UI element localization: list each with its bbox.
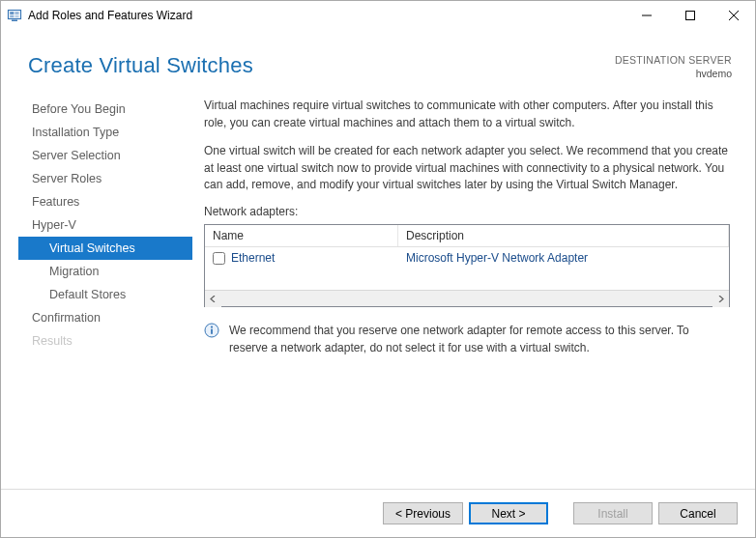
nav-item-virtual-switches[interactable]: Virtual Switches: [18, 237, 192, 260]
previous-button[interactable]: < Previous: [383, 502, 463, 524]
scroll-right-icon[interactable]: [712, 291, 729, 307]
svg-rect-1: [12, 20, 17, 22]
info-icon: [204, 323, 219, 338]
destination-server: DESTINATION SERVER hvdemo: [615, 53, 732, 80]
maximize-button[interactable]: [668, 1, 712, 30]
cancel-button[interactable]: Cancel: [658, 502, 738, 524]
nav-item-server-selection[interactable]: Server Selection: [18, 144, 192, 167]
grid-body: EthernetMicrosoft Hyper-V Network Adapte…: [205, 247, 729, 290]
adapter-name: Ethernet: [231, 251, 275, 265]
nav-item-features[interactable]: Features: [18, 190, 192, 213]
svg-rect-4: [10, 15, 14, 18]
adapter-checkbox[interactable]: [213, 252, 225, 265]
close-button[interactable]: [712, 1, 755, 30]
wizard-nav: Before You BeginInstallation TypeServer …: [1, 98, 192, 489]
network-adapters-grid: Name Description EthernetMicrosoft Hyper…: [204, 224, 730, 307]
footer: < Previous Next > Install Cancel: [1, 489, 755, 537]
recommendation-box: We recommend that you reserve one networ…: [204, 323, 730, 356]
main-panel: Virtual machines require virtual switche…: [192, 98, 743, 489]
nav-item-installation-type[interactable]: Installation Type: [18, 121, 192, 144]
grid-header: Name Description: [205, 225, 729, 247]
intro-paragraph-1: Virtual machines require virtual switche…: [204, 98, 730, 131]
nav-item-server-roles[interactable]: Server Roles: [18, 167, 192, 190]
nav-item-default-stores[interactable]: Default Stores: [18, 283, 192, 306]
svg-rect-2: [10, 12, 14, 14]
grid-hscrollbar[interactable]: [205, 290, 729, 306]
adapter-description: Microsoft Hyper-V Network Adapter: [398, 251, 729, 265]
destination-server-label: DESTINATION SERVER: [615, 53, 732, 67]
adapter-name-cell: Ethernet: [205, 251, 398, 265]
nav-item-before-you-begin[interactable]: Before You Begin: [18, 98, 192, 121]
nav-item-hyper-v[interactable]: Hyper-V: [18, 213, 192, 237]
content: Before You BeginInstallation TypeServer …: [1, 98, 755, 489]
app-icon: [7, 8, 22, 23]
next-button[interactable]: Next >: [469, 502, 548, 524]
svg-point-11: [211, 326, 213, 328]
header: Create Virtual Switches DESTINATION SERV…: [1, 30, 755, 98]
nav-item-confirmation[interactable]: Confirmation: [18, 306, 192, 329]
grid-col-name[interactable]: Name: [205, 225, 398, 246]
window-title: Add Roles and Features Wizard: [28, 9, 192, 22]
recommendation-text: We recommend that you reserve one networ…: [229, 323, 730, 356]
minimize-button[interactable]: [625, 1, 668, 30]
table-row[interactable]: EthernetMicrosoft Hyper-V Network Adapte…: [205, 247, 729, 269]
scroll-left-icon[interactable]: [205, 291, 221, 307]
intro-paragraph-2: One virtual switch will be created for e…: [204, 143, 730, 193]
svg-rect-3: [15, 12, 18, 14]
nav-item-migration[interactable]: Migration: [18, 260, 192, 283]
page-title: Create Virtual Switches: [28, 53, 253, 78]
svg-rect-5: [15, 15, 18, 18]
svg-rect-7: [685, 12, 694, 20]
grid-col-description[interactable]: Description: [398, 225, 729, 246]
nav-item-results: Results: [18, 329, 192, 353]
destination-server-host: hvdemo: [615, 67, 732, 80]
network-adapters-label: Network adapters:: [204, 205, 730, 218]
titlebar: Add Roles and Features Wizard: [1, 1, 755, 30]
svg-rect-12: [211, 329, 213, 334]
install-button[interactable]: Install: [573, 502, 653, 524]
